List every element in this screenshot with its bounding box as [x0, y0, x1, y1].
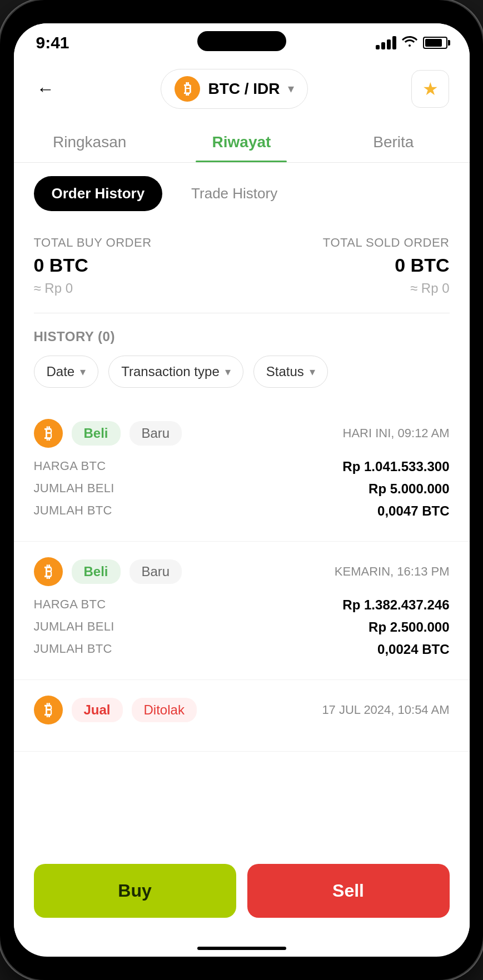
filter-row: Date ▾ Transaction type ▾ Status ▾: [14, 356, 470, 403]
filter-status[interactable]: Status ▾: [253, 356, 328, 388]
btc-value: 0,0024 BTC: [377, 642, 449, 657]
tx-price-row: HARGA BTC Rp 1.041.533.300: [34, 459, 450, 474]
btc-icon: ₿: [34, 419, 63, 448]
harga-label: HARGA BTC: [34, 597, 106, 613]
tx-type-badge: Jual: [72, 698, 123, 722]
sell-button[interactable]: Sell: [247, 864, 450, 918]
status-icons: [376, 35, 447, 51]
tx-header: ₿ Beli Baru KEMARIN, 16:13 PM: [34, 557, 450, 586]
tab-ringkasan[interactable]: Ringkasan: [14, 120, 166, 162]
table-row[interactable]: ₿ Beli Baru HARI INI, 09:12 AM HARGA BTC…: [14, 403, 470, 542]
tx-header: ₿ Jual Ditolak 17 JUL 2024, 10:54 AM: [34, 696, 450, 724]
order-summary: TOTAL BUY ORDER 0 BTC ≈ Rp 0 TOTAL SOLD …: [14, 224, 470, 313]
battery-icon: [423, 37, 447, 49]
sell-order-rp: ≈ Rp 0: [323, 281, 450, 296]
header: ← ₿ BTC / IDR ▾ ★: [14, 58, 470, 120]
tab-berita[interactable]: Berita: [317, 120, 469, 162]
home-indicator: [14, 940, 470, 957]
tx-left: ₿ Beli Baru: [34, 419, 182, 448]
history-header: HISTORY (0): [14, 313, 470, 356]
harga-value: Rp 1.382.437.246: [342, 597, 449, 613]
bottom-buttons: Buy Sell: [14, 853, 470, 940]
history-section: HISTORY (0) Date ▾ Transaction type ▾ St…: [14, 313, 470, 853]
chevron-down-icon: ▾: [310, 365, 315, 378]
tx-time: HARI INI, 09:12 AM: [343, 426, 450, 441]
coin-selector[interactable]: ₿ BTC / IDR ▾: [161, 69, 307, 109]
tx-left: ₿ Beli Baru: [34, 557, 182, 586]
jumlah-value: Rp 2.500.000: [369, 619, 449, 635]
sell-order-col: TOTAL SOLD ORDER 0 BTC ≈ Rp 0: [323, 236, 450, 296]
tx-header: ₿ Beli Baru HARI INI, 09:12 AM: [34, 419, 450, 448]
signal-icon: [376, 36, 396, 49]
subtab-order-history[interactable]: Order History: [34, 176, 163, 211]
filter-date[interactable]: Date ▾: [34, 356, 99, 388]
main-tabs: Ringkasan Riwayat Berita: [14, 120, 470, 163]
status-time: 9:41: [36, 33, 69, 52]
tab-riwayat[interactable]: Riwayat: [166, 120, 317, 162]
buy-order-rp: ≈ Rp 0: [34, 281, 152, 296]
tx-status-badge: Baru: [130, 421, 182, 446]
btc-label: JUMLAH BTC: [34, 642, 112, 657]
harga-value: Rp 1.041.533.300: [342, 459, 449, 474]
tx-btc-row: JUMLAH BTC 0,0024 BTC: [34, 642, 450, 657]
home-bar: [197, 947, 286, 950]
tx-time: 17 JUL 2024, 10:54 AM: [322, 703, 449, 717]
btc-value: 0,0047 BTC: [377, 503, 449, 519]
history-title: HISTORY (0): [34, 329, 115, 344]
chevron-down-icon: ▾: [225, 365, 231, 378]
star-icon: ★: [422, 78, 439, 99]
tx-jumlah-row: JUMLAH BELI Rp 5.000.000: [34, 481, 450, 497]
buy-button[interactable]: Buy: [34, 864, 236, 918]
tx-time: KEMARIN, 16:13 PM: [335, 564, 450, 579]
chevron-down-icon: ▾: [288, 82, 294, 96]
tx-jumlah-row: JUMLAH BELI Rp 2.500.000: [34, 619, 450, 635]
harga-label: HARGA BTC: [34, 459, 106, 474]
favorite-button[interactable]: ★: [411, 70, 449, 108]
tx-price-row: HARGA BTC Rp 1.382.437.246: [34, 597, 450, 613]
tx-type-badge: Beli: [72, 421, 121, 446]
btc-label: JUMLAH BTC: [34, 503, 112, 519]
sub-tabs: Order History Trade History: [14, 163, 470, 224]
subtab-trade-history[interactable]: Trade History: [173, 176, 295, 211]
tx-left: ₿ Jual Ditolak: [34, 696, 197, 724]
table-row[interactable]: ₿ Jual Ditolak 17 JUL 2024, 10:54 AM: [14, 680, 470, 752]
buy-order-value: 0 BTC: [34, 254, 152, 276]
sell-order-label: TOTAL SOLD ORDER: [323, 236, 450, 250]
buy-order-col: TOTAL BUY ORDER 0 BTC ≈ Rp 0: [34, 236, 152, 296]
jumlah-value: Rp 5.000.000: [369, 481, 449, 497]
back-button[interactable]: ←: [34, 76, 57, 102]
jumlah-label: JUMLAH BELI: [34, 481, 114, 497]
tx-status-badge: Ditolak: [132, 698, 197, 722]
tx-btc-row: JUMLAH BTC 0,0047 BTC: [34, 503, 450, 519]
btc-icon: ₿: [34, 557, 63, 586]
btc-icon: ₿: [34, 696, 63, 724]
filter-transaction-type[interactable]: Transaction type ▾: [108, 356, 243, 388]
coin-icon: ₿: [175, 76, 200, 102]
sell-order-value: 0 BTC: [323, 254, 450, 276]
chevron-down-icon: ▾: [80, 365, 86, 378]
table-row[interactable]: ₿ Beli Baru KEMARIN, 16:13 PM HARGA BTC …: [14, 542, 470, 680]
tx-status-badge: Baru: [130, 559, 182, 584]
coin-name: BTC / IDR: [208, 80, 280, 98]
jumlah-label: JUMLAH BELI: [34, 619, 114, 635]
wifi-icon: [402, 35, 417, 51]
buy-order-label: TOTAL BUY ORDER: [34, 236, 152, 250]
tx-type-badge: Beli: [72, 559, 121, 584]
